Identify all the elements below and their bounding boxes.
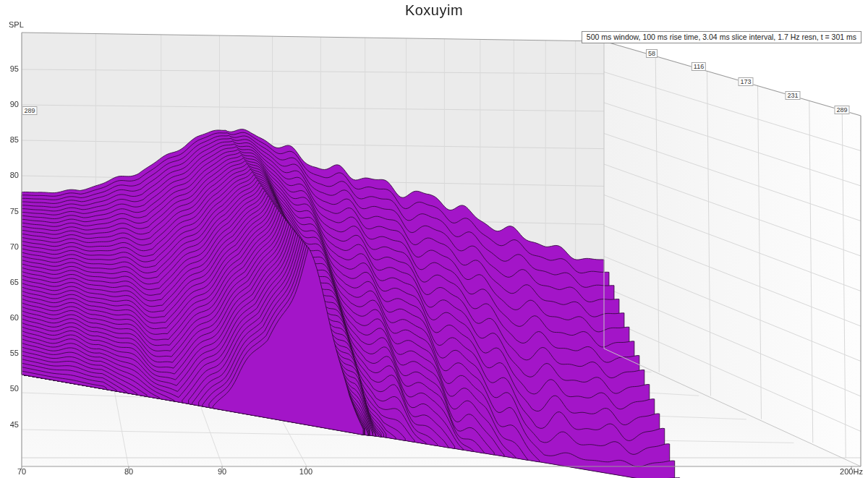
spl-axis-title: SPL	[9, 20, 24, 29]
time-slice-label-box: 116	[692, 62, 706, 71]
spl-tick-label: 45	[1, 420, 19, 429]
freq-tick-label: 90	[218, 467, 226, 476]
waterfall-chart: Koxuyim SPL 9590858075706560555045 70809…	[0, 0, 868, 478]
freq-tick-label: 70	[17, 467, 26, 476]
freq-tick-label: 200Hz	[840, 467, 863, 476]
spl-tick-label: 75	[1, 207, 19, 215]
spl-tick-label: 50	[1, 384, 19, 393]
time-slice-label-box: 289	[834, 106, 849, 114]
waterfall-plot-canvas[interactable]	[0, 0, 868, 478]
spl-tick-label: 95	[1, 64, 19, 73]
page-title: Koxuyim	[0, 2, 868, 19]
time-slice-label-box: 58	[646, 49, 658, 58]
spl-tick-label: 90	[1, 100, 19, 108]
spl-tick-label: 65	[1, 278, 19, 286]
freq-tick-label: 80	[124, 467, 133, 476]
spl-tick-label: 70	[1, 242, 19, 251]
time-slice-label-box: 173	[738, 77, 753, 86]
spl-tick-label: 55	[1, 349, 19, 357]
spl-tick-label: 80	[1, 171, 19, 179]
freq-tick-label: 100	[299, 467, 312, 476]
spl-tick-label: 85	[1, 135, 19, 144]
time-slice-label-box: 289	[22, 106, 37, 115]
spl-tick-label: 60	[1, 313, 19, 322]
time-slice-label-box: 231	[785, 91, 800, 100]
measurement-settings-annotation: 500 ms window, 100 ms rise time, 3.04 ms…	[582, 31, 861, 43]
